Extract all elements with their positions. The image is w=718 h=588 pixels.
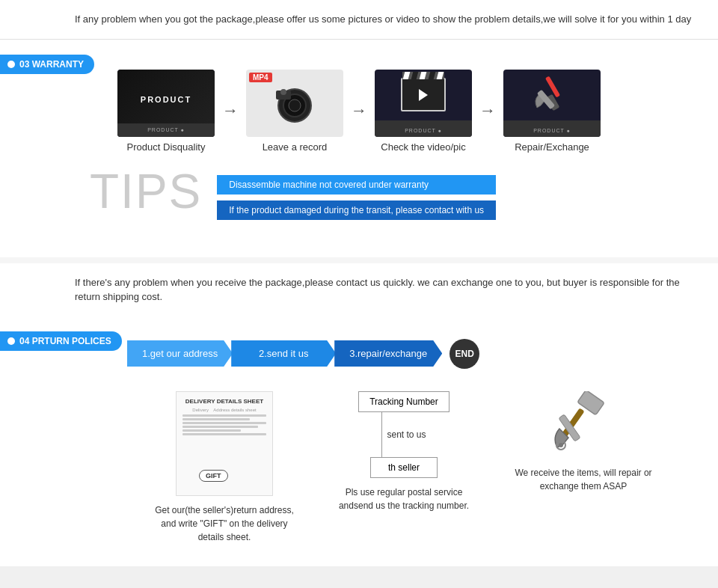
tip-notice-1: Disassemble machine not covered under wa… <box>217 175 496 195</box>
svg-point-4 <box>280 89 286 95</box>
return-item-tools: We receive the items, will repair or exc… <box>509 391 658 493</box>
tips-section: TIPS Disassemble machine not covered und… <box>15 160 703 235</box>
step-2: 2.send it us <box>231 340 336 367</box>
return-label: 04 PRTURN POLICES <box>19 336 111 346</box>
tips-label: TIPS <box>90 168 202 215</box>
notice-text: If any problem when you got the package,… <box>75 13 691 25</box>
delivery-sheet: DELIVERY DETAILS SHEET Delivery Address … <box>176 391 273 496</box>
clapperboard <box>401 78 446 111</box>
tools-icon <box>530 74 574 115</box>
section-label-04: 04 PRTURN POLICES <box>0 331 122 351</box>
dot-icon-04 <box>7 337 15 345</box>
warranty-flow: PRODUCT ● PRODUCT Product Disquality → M… <box>15 62 703 160</box>
line-5 <box>182 429 241 432</box>
flow-item-check: PRODUCT ● Check the video/pic <box>375 70 472 153</box>
delivery-lines <box>182 414 266 435</box>
return-item-tracking: Tracking Number sent to us th seller <box>329 391 479 512</box>
caption-record: Leave a record <box>263 141 328 153</box>
return-item-delivery: DELIVERY DETAILS SHEET Delivery Address … <box>150 391 299 544</box>
line-3 <box>182 422 266 424</box>
tracking-middle: sent to us <box>381 412 426 457</box>
tools-caption: We receive the items, will repair or exc… <box>509 466 658 493</box>
line-2 <box>182 418 250 420</box>
tracking-flow: Tracking Number sent to us th seller <box>358 391 449 478</box>
dot-icon <box>7 61 15 68</box>
camera-icon <box>269 77 321 129</box>
notice-bar: If any problem when you got the package,… <box>0 0 718 40</box>
product-label-sub: PRODUCT ● <box>147 127 185 132</box>
delivery-caption: Get our(the seller's)return address, and… <box>150 503 299 544</box>
mp4-badge: MP4 <box>249 73 272 82</box>
svg-rect-5 <box>545 76 560 98</box>
arrow-3: → <box>479 101 496 120</box>
delivery-title: DELIVERY DETAILS SHEET <box>182 398 266 405</box>
arrow-2: → <box>351 101 367 120</box>
line-1 <box>182 414 266 417</box>
product-box: PRODUCT ● PRODUCT <box>117 70 215 137</box>
section-label-03: 03 WARRANTY <box>0 55 94 74</box>
warranty-label: 03 WARRANTY <box>19 59 84 70</box>
svg-point-2 <box>289 99 301 111</box>
line-4 <box>182 426 258 428</box>
sent-to-us: sent to us <box>382 412 426 457</box>
seller-box: th seller <box>370 457 438 478</box>
gift-label: GIFT <box>199 470 228 482</box>
delivery-subtitle: Delivery Address details sheet <box>182 408 266 412</box>
return-steps: 1.get our address 2.send it us 3.repair/… <box>127 339 703 369</box>
return-details: DELIVERY DETAILS SHEET Delivery Address … <box>15 391 703 544</box>
repair-box: PRODUCT ● <box>503 70 601 137</box>
check-label-sub: PRODUCT ● <box>405 128 442 133</box>
main-container: If any problem when you got the package,… <box>0 0 718 566</box>
tip-notice-2: If the product damaged during the transi… <box>217 200 496 220</box>
flow-item-product: PRODUCT ● PRODUCT Product Disquality <box>117 70 215 153</box>
step-1: 1.get our address <box>127 340 233 367</box>
flow-item-repair: PRODUCT ● Repair/Exchange <box>503 70 601 153</box>
arrow-1: → <box>222 101 239 120</box>
caption-product: Product Disquality <box>127 141 206 153</box>
section-warranty: 03 WARRANTY PRODUCT ● PRODUCT Product Di… <box>0 40 718 257</box>
repair-label-sub: PRODUCT ● <box>533 128 571 133</box>
product-label: PRODUCT <box>141 95 191 104</box>
return-notice: If there's any problem when you receive … <box>0 263 718 316</box>
tracking-caption: Pls use regular postal service andsend u… <box>329 486 479 512</box>
svg-point-12 <box>559 443 563 447</box>
step-end: END <box>449 339 479 369</box>
check-box: PRODUCT ● <box>375 70 472 137</box>
tracking-number-box: Tracking Number <box>358 391 449 412</box>
section-divider <box>0 257 718 263</box>
caption-check: Check the video/pic <box>381 141 465 153</box>
section-return: 04 PRTURN POLICES 1.get our address 2.se… <box>0 316 718 566</box>
tips-notices: Disassemble machine not covered under wa… <box>217 168 496 220</box>
return-notice-text: If there's any problem when you receive … <box>75 277 680 303</box>
hammer-tools-icon <box>546 391 621 459</box>
line-6 <box>182 433 266 435</box>
record-box: MP4 <box>246 70 343 137</box>
step-3: 3.repair/exchange <box>334 340 442 367</box>
caption-repair: Repair/Exchange <box>515 141 589 153</box>
flow-item-record: MP4 Leave a record <box>246 70 343 153</box>
